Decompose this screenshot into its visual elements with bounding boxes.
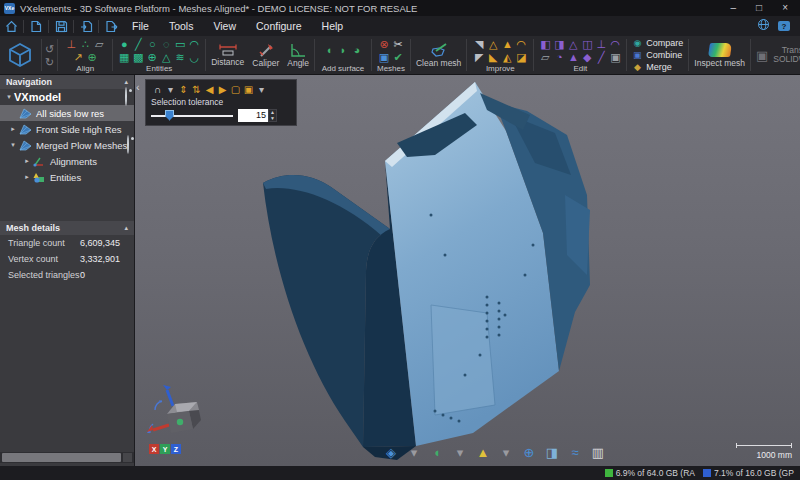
tolerance-spinner[interactable]: ▲ ▼	[268, 109, 277, 122]
close-button[interactable]: ×	[782, 1, 788, 15]
dome-selection-icon[interactable]: ∩	[151, 83, 164, 96]
entities-display-caret-icon[interactable]: ▾	[498, 444, 514, 460]
gizmo-cube-icon[interactable]	[143, 384, 213, 442]
mesh-display-icon[interactable]: ◈	[383, 444, 399, 460]
align-probe-icon[interactable]: ↗	[71, 51, 85, 64]
origin-display-icon[interactable]: ⊕	[521, 444, 537, 460]
online-services-icon[interactable]	[757, 17, 770, 35]
menu-help[interactable]: Help	[312, 16, 354, 36]
expand-caret-icon[interactable]: ▸	[22, 157, 32, 165]
add-surface-auto-icon[interactable]: ◖	[322, 44, 336, 57]
add-surface-patch-icon[interactable]: ◕	[350, 44, 364, 57]
inspect-mesh-button[interactable]: Inspect mesh	[690, 36, 749, 74]
split-mesh-icon[interactable]: ✂	[391, 38, 405, 51]
3d-viewport[interactable]: ‹	[135, 75, 800, 466]
selection-boundary-icon[interactable]: ▢	[229, 83, 242, 96]
clean-mesh-button[interactable]: Clean mesh	[412, 36, 465, 74]
selection-tolerance-slider[interactable]	[151, 115, 233, 117]
spread-selection-right-icon[interactable]: ▶	[216, 83, 229, 96]
pipe-entity-icon[interactable]: ◡	[187, 51, 201, 64]
align-plane-icon[interactable]: ▱	[92, 38, 106, 51]
curve-edit-icon[interactable]: ◠	[608, 38, 622, 51]
menu-view[interactable]: View	[203, 16, 246, 36]
tree-item-entities[interactable]: ▸ Entities	[0, 169, 134, 185]
refine-icon[interactable]: ◭	[500, 51, 514, 64]
spread-selection-left-icon[interactable]: ◀	[203, 83, 216, 96]
tree-item-merged-plow-meshes[interactable]: ▾ Merged Plow Meshes	[0, 137, 134, 153]
merge-button[interactable]: ◆ Merge	[632, 62, 683, 73]
expand-caret-icon[interactable]: ▾	[8, 141, 18, 149]
sharpen-icon[interactable]: ◪	[514, 51, 528, 64]
fillet-icon[interactable]: ◔	[552, 51, 566, 64]
add-surface-manual-icon[interactable]: ◗	[336, 44, 350, 57]
texture-display-icon[interactable]: ◨	[544, 444, 560, 460]
axis-y-label[interactable]: Y	[160, 444, 170, 454]
menu-configure[interactable]: Configure	[246, 16, 312, 36]
export-icon[interactable]	[100, 17, 122, 35]
mesh-details-collapse-icon[interactable]: ▴	[124, 224, 128, 232]
slider-handle[interactable]	[165, 110, 174, 121]
distance-button[interactable]: Distance	[207, 36, 248, 74]
plow-mesh-3d-model[interactable]	[135, 75, 800, 466]
align-prealign-icon[interactable]: ⊥	[64, 38, 78, 51]
expand-caret-icon[interactable]: ▸	[22, 173, 32, 181]
tree-item-alignments[interactable]: ▸ Alignments	[0, 153, 134, 169]
cut-half-left-icon[interactable]: ◧	[538, 38, 552, 51]
transfer-to-solidworks-button[interactable]: ▣ Transfer to SOLIDWORKS ▾	[752, 36, 800, 74]
more-caret-icon[interactable]: ▾	[255, 83, 268, 96]
select-visible-icon[interactable]: ⇅	[190, 83, 203, 96]
dropdown-caret-icon[interactable]: ▾	[164, 83, 177, 96]
select-through-icon[interactable]: ⇕	[177, 83, 190, 96]
undo-button[interactable]: ↺	[45, 43, 54, 55]
axis-x-label[interactable]: X	[149, 444, 159, 454]
feedback-help-icon[interactable]: ?	[778, 21, 790, 31]
cut-half-right-icon[interactable]: ◨	[552, 38, 566, 51]
save-icon[interactable]	[50, 17, 72, 35]
rectangle-entity-icon[interactable]: ▭	[173, 38, 187, 51]
minimize-button[interactable]: –	[731, 1, 737, 15]
menu-file[interactable]: File	[122, 16, 159, 36]
panel-collapse-chevron-icon[interactable]: ‹	[136, 81, 140, 93]
validate-mesh-icon[interactable]: ✔	[391, 51, 405, 64]
entities-display-icon[interactable]: ▲	[475, 444, 491, 460]
axis-z-label[interactable]: Z	[171, 444, 181, 454]
new-file-icon[interactable]	[25, 17, 47, 35]
align-best-fit-icon[interactable]: ∴	[78, 38, 92, 51]
maximize-button[interactable]: □	[756, 1, 762, 15]
smooth-mesh-icon[interactable]: ▲	[500, 38, 514, 51]
surfaces-display-icon[interactable]: ◖	[429, 444, 445, 460]
surfaces-display-caret-icon[interactable]: ▾	[452, 444, 468, 460]
point-entity-icon[interactable]: ●	[117, 38, 131, 51]
panel-horizontal-scrollbar[interactable]	[0, 452, 134, 463]
menu-tools[interactable]: Tools	[159, 16, 204, 36]
delete-mesh-icon[interactable]: ⊗	[377, 38, 391, 51]
tree-item-front-side-high-res[interactable]: ▸ Front Side High Res	[0, 121, 134, 137]
compare-button[interactable]: ◉ Compare	[632, 38, 683, 49]
extrude-icon[interactable]: ▲	[566, 51, 580, 64]
visibility-eye-icon[interactable]	[127, 136, 129, 154]
fill-partial-icon[interactable]: ◤	[472, 51, 486, 64]
boundary-icon[interactable]: ◠	[514, 38, 528, 51]
mesh-display-caret-icon[interactable]: ▾	[406, 444, 422, 460]
navigation-panel-header[interactable]: Navigation ▴	[0, 75, 134, 89]
visibility-eye-icon[interactable]	[125, 88, 127, 106]
fill-hole-icon[interactable]: ◥	[472, 38, 486, 51]
sphere-entity-icon[interactable]: ⊕	[145, 51, 159, 64]
scrollbar-thumb[interactable]	[2, 453, 121, 462]
expand-caret-icon[interactable]: ▸	[8, 125, 18, 133]
caliper-button[interactable]: Caliper	[248, 36, 283, 74]
selection-boundary-filled-icon[interactable]: ▣	[242, 83, 255, 96]
vxmodel-home-button[interactable]	[0, 36, 40, 74]
mesh-details-panel-header[interactable]: Mesh details ▴	[0, 221, 134, 235]
selection-tolerance-input[interactable]: 15	[238, 109, 268, 122]
redo-button[interactable]: ↻	[45, 56, 54, 68]
plane-cut-icon[interactable]: ▱	[538, 51, 552, 64]
angle-button[interactable]: Angle	[283, 36, 313, 74]
grid-entity-icon[interactable]: ▩	[131, 51, 145, 64]
duplicate-mesh-icon[interactable]: ▣	[377, 51, 391, 64]
histogram-icon[interactable]: ▥	[590, 444, 606, 460]
expand-caret-icon[interactable]: ▾	[4, 93, 14, 101]
ellipse-entity-icon[interactable]: ◌	[159, 38, 173, 51]
spline-display-icon[interactable]: ≈	[567, 444, 583, 460]
circle-entity-icon[interactable]: ○	[145, 38, 159, 51]
